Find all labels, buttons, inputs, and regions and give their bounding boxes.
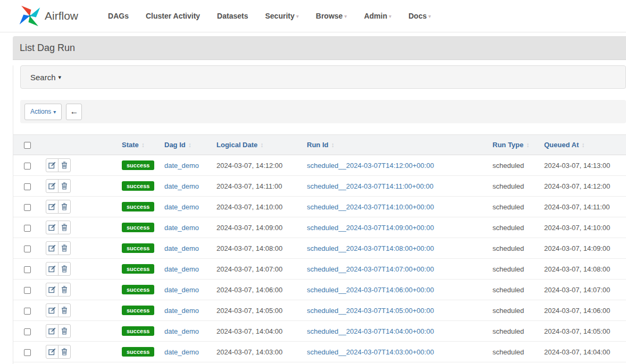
dag-id-link[interactable]: date_demo bbox=[164, 244, 199, 252]
trash-icon bbox=[61, 162, 68, 169]
row-checkbox[interactable] bbox=[24, 204, 31, 211]
table-row: success date_demo 2024-03-07, 14:12:00 s… bbox=[13, 155, 626, 176]
run-id-link[interactable]: scheduled__2024-03-07T14:08:00+00:00 bbox=[307, 244, 434, 252]
edit-row-button[interactable] bbox=[46, 345, 59, 359]
delete-row-button[interactable] bbox=[58, 262, 71, 276]
status-badge: success bbox=[122, 243, 154, 253]
status-badge: success bbox=[122, 285, 154, 294]
nav-item[interactable]: Datasets bbox=[208, 12, 256, 20]
run-id-link[interactable]: scheduled__2024-03-07T14:04:00+00:00 bbox=[307, 327, 434, 335]
nav-item[interactable]: Docs▾ bbox=[400, 12, 439, 20]
column-header-state[interactable]: State↕ bbox=[118, 135, 160, 155]
logical-date-value: 2024-03-07, 14:04:00 bbox=[216, 327, 282, 335]
edit-row-button[interactable] bbox=[46, 158, 59, 172]
dag-id-link[interactable]: date_demo bbox=[164, 203, 199, 211]
status-badge: success bbox=[122, 223, 154, 232]
nav-item[interactable]: DAGs bbox=[99, 12, 137, 20]
run-id-link[interactable]: scheduled__2024-03-07T14:03:00+00:00 bbox=[307, 348, 434, 356]
queued-at-value: 2024-03-07, 14:04:00 bbox=[544, 348, 610, 356]
nav-item[interactable]: Browse▾ bbox=[307, 12, 356, 20]
back-button[interactable]: ← bbox=[66, 104, 82, 120]
column-header-logical-date[interactable]: Logical Date↕ bbox=[212, 135, 303, 155]
run-id-link[interactable]: scheduled__2024-03-07T14:09:00+00:00 bbox=[307, 224, 434, 232]
delete-row-button[interactable] bbox=[58, 221, 71, 234]
column-header-queued-at[interactable]: Queued At↕ bbox=[540, 135, 626, 155]
row-checkbox[interactable] bbox=[24, 308, 31, 315]
back-arrow-icon: ← bbox=[70, 107, 78, 116]
logical-date-value: 2024-03-07, 14:09:00 bbox=[216, 224, 282, 232]
page-title: List Dag Run bbox=[20, 43, 75, 54]
select-all-checkbox[interactable] bbox=[24, 142, 31, 149]
column-header-run-id[interactable]: Run Id↕ bbox=[303, 135, 488, 155]
edit-icon bbox=[48, 224, 56, 231]
row-checkbox[interactable] bbox=[24, 287, 31, 294]
run-id-link[interactable]: scheduled__2024-03-07T14:10:00+00:00 bbox=[307, 203, 434, 211]
delete-row-button[interactable] bbox=[58, 241, 71, 255]
delete-row-button[interactable] bbox=[58, 345, 71, 359]
trash-icon bbox=[61, 327, 68, 335]
sort-icon: ↕ bbox=[581, 141, 585, 149]
column-header-dag-id[interactable]: Dag Id↕ bbox=[160, 135, 212, 155]
run-id-link[interactable]: scheduled__2024-03-07T14:06:00+00:00 bbox=[307, 286, 434, 294]
chevron-down-icon: ▾ bbox=[344, 13, 347, 19]
delete-row-button[interactable] bbox=[58, 283, 71, 297]
row-checkbox[interactable] bbox=[24, 328, 31, 335]
dag-id-link[interactable]: date_demo bbox=[164, 327, 199, 335]
row-checkbox[interactable] bbox=[24, 163, 31, 170]
dag-id-link[interactable]: date_demo bbox=[164, 286, 199, 294]
edit-icon bbox=[48, 348, 56, 355]
run-type-value: scheduled bbox=[493, 327, 524, 335]
row-checkbox[interactable] bbox=[24, 349, 31, 356]
column-header-run-type[interactable]: Run Type↕ bbox=[488, 135, 540, 155]
row-checkbox[interactable] bbox=[24, 183, 31, 190]
nav-item[interactable]: Security▾ bbox=[256, 12, 307, 20]
run-id-link[interactable]: scheduled__2024-03-07T14:05:00+00:00 bbox=[307, 307, 434, 315]
dag-id-link[interactable]: date_demo bbox=[164, 182, 199, 190]
queued-at-value: 2024-03-07, 14:10:00 bbox=[544, 224, 610, 232]
delete-row-button[interactable] bbox=[58, 303, 71, 317]
delete-row-button[interactable] bbox=[58, 179, 71, 193]
run-type-value: scheduled bbox=[493, 265, 524, 273]
edit-row-button[interactable] bbox=[46, 262, 59, 276]
dag-id-link[interactable]: date_demo bbox=[164, 224, 199, 232]
panel-heading: List Dag Run bbox=[13, 36, 626, 60]
edit-row-button[interactable] bbox=[46, 200, 59, 214]
run-type-value: scheduled bbox=[493, 307, 524, 315]
queued-at-value: 2024-03-07, 14:08:00 bbox=[544, 265, 610, 273]
edit-row-button[interactable] bbox=[46, 241, 59, 255]
delete-row-button[interactable] bbox=[58, 324, 71, 338]
queued-at-value: 2024-03-07, 14:06:00 bbox=[544, 307, 610, 315]
run-id-link[interactable]: scheduled__2024-03-07T14:12:00+00:00 bbox=[307, 162, 434, 170]
airflow-brand[interactable]: Airflow bbox=[19, 5, 78, 27]
edit-row-button[interactable] bbox=[46, 221, 59, 234]
search-accordion-toggle[interactable]: Search ▾ bbox=[20, 65, 626, 89]
run-id-link[interactable]: scheduled__2024-03-07T14:11:00+00:00 bbox=[307, 182, 433, 190]
queued-at-value: 2024-03-07, 14:07:00 bbox=[544, 286, 610, 294]
row-checkbox[interactable] bbox=[24, 266, 31, 273]
edit-row-button[interactable] bbox=[46, 179, 59, 193]
actions-dropdown-button[interactable]: Actions ▾ bbox=[24, 104, 62, 120]
sort-icon: ↕ bbox=[141, 141, 145, 149]
delete-row-button[interactable] bbox=[58, 158, 71, 172]
row-checkbox[interactable] bbox=[24, 225, 31, 232]
edit-row-button[interactable] bbox=[46, 324, 59, 338]
table-row: success date_demo 2024-03-07, 14:03:00 s… bbox=[13, 342, 626, 362]
dag-id-link[interactable]: date_demo bbox=[164, 348, 199, 356]
dag-id-link[interactable]: date_demo bbox=[164, 162, 199, 170]
delete-row-button[interactable] bbox=[58, 200, 71, 214]
edit-row-button[interactable] bbox=[46, 303, 59, 317]
edit-row-button[interactable] bbox=[46, 283, 59, 297]
table-row: success date_demo 2024-03-07, 14:08:00 s… bbox=[13, 238, 626, 259]
chevron-down-icon: ▾ bbox=[59, 74, 62, 81]
nav-item[interactable]: Admin▾ bbox=[355, 12, 400, 20]
nav-menu: DAGs Cluster Activity Datasets Security▾… bbox=[99, 12, 439, 20]
dag-id-link[interactable]: date_demo bbox=[164, 265, 199, 273]
dag-run-table: State↕ Dag Id↕ Logical Date↕ Run Id↕ Run… bbox=[13, 134, 626, 362]
nav-item[interactable]: Cluster Activity bbox=[137, 12, 208, 20]
dag-id-link[interactable]: date_demo bbox=[164, 307, 199, 315]
navbar: Airflow DAGs Cluster Activity Datasets S… bbox=[0, 0, 626, 32]
queued-at-value: 2024-03-07, 14:12:00 bbox=[544, 182, 610, 190]
status-badge: success bbox=[122, 181, 154, 191]
run-id-link[interactable]: scheduled__2024-03-07T14:07:00+00:00 bbox=[307, 265, 434, 273]
row-checkbox[interactable] bbox=[24, 246, 31, 252]
